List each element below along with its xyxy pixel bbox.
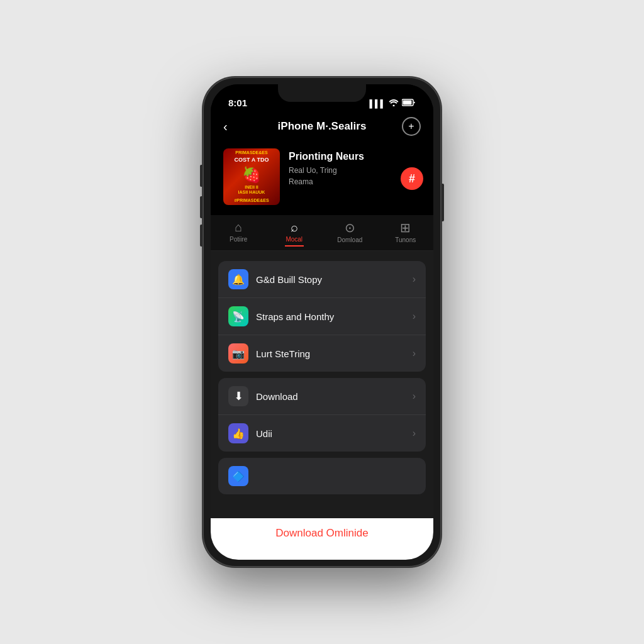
menu-icon-5: 👍: [228, 423, 248, 443]
tab-domload-label: Domload: [337, 236, 362, 243]
album-art: PRIMASDE&ES COST A TDO 🍓 INEII II IASII …: [223, 148, 280, 205]
album-title: Prionting Neurs: [289, 151, 421, 162]
plus-icon: +: [408, 121, 414, 132]
chevron-icon-4: ›: [413, 391, 416, 402]
wifi-icon: [389, 99, 399, 108]
menu-icon-3: 📷: [228, 343, 248, 364]
menu-item-partial[interactable]: 🔷: [218, 458, 426, 494]
tab-mocal[interactable]: ⌕ Mocal: [267, 220, 323, 247]
menu-icon-partial: 🔷: [228, 466, 248, 486]
tab-active-indicator: [285, 245, 304, 247]
menu-item-2-label: Straps and Honthy: [256, 311, 405, 322]
header: ‹ iPhone M·.Sealirs +: [211, 112, 433, 142]
menu-group-3-partial: 🔷: [218, 458, 426, 494]
menu-item-3-label: Lurt SteTring: [256, 348, 405, 359]
partial-icon: 🔷: [232, 470, 245, 482]
download-omlinide-button[interactable]: Download Omlinide: [223, 527, 421, 540]
phone-frame: 8:01 ▌▌▌: [203, 77, 441, 567]
chevron-icon-3: ›: [413, 348, 416, 359]
menu-item-1-label: G&d Buill Stopy: [256, 274, 405, 285]
tab-tunons[interactable]: ⊞ Tunons: [378, 220, 434, 247]
phone-screen: 8:01 ▌▌▌: [211, 84, 433, 560]
svg-rect-2: [403, 101, 412, 105]
menu-item-5[interactable]: 👍 Udii ›: [218, 415, 426, 452]
home-icon: ⌂: [235, 220, 242, 235]
badge-label: #: [409, 172, 415, 186]
album-art-text5: #PRIMASDE&ES: [234, 198, 269, 203]
album-art-text1: PRIMASDE&ES: [235, 150, 267, 155]
album-art-text2: COST A TDO: [235, 157, 269, 164]
tab-potiire-label: Potiire: [230, 236, 247, 243]
album-art-fruit: 🍓: [242, 166, 261, 184]
album-art-text4: IASII HAUUK: [238, 190, 265, 195]
add-action-button[interactable]: +: [402, 117, 421, 136]
signal-menu-icon: 📡: [232, 311, 245, 323]
svg-point-0: [393, 105, 395, 107]
red-badge[interactable]: #: [401, 167, 423, 190]
header-title: iPhone M·.Sealirs: [242, 120, 402, 133]
content-area: 🔔 G&d Buill Stopy › 📡 Straps and Honthy …: [211, 251, 433, 518]
tab-mocal-label: Mocal: [286, 236, 303, 243]
download-tab-icon: ⊙: [345, 220, 355, 235]
tab-domload[interactable]: ⊙ Domload: [322, 220, 378, 247]
menu-item-4[interactable]: ⬇ Download ›: [218, 378, 426, 415]
download-icon: ⬇: [234, 389, 243, 403]
grid-icon: ⊞: [400, 220, 411, 235]
camera-icon: 📷: [232, 348, 245, 360]
search-icon: ⌕: [291, 220, 298, 235]
chevron-icon-2: ›: [413, 311, 416, 322]
battery-icon: [402, 99, 416, 108]
back-button[interactable]: ‹: [223, 119, 242, 134]
menu-icon-4: ⬇: [228, 386, 248, 406]
album-section: PRIMASDE&ES COST A TDO 🍓 INEII II IASII …: [211, 142, 433, 215]
menu-icon-1: 🔔: [228, 269, 248, 289]
menu-item-3[interactable]: 📷 Lurt SteTring ›: [218, 335, 426, 372]
chevron-icon-5: ›: [413, 428, 416, 439]
menu-item-4-label: Download: [256, 391, 405, 402]
bottom-action-bar: Download Omlinide: [211, 518, 433, 560]
signal-icon: ▌▌▌: [369, 99, 386, 108]
menu-icon-2: 📡: [228, 306, 248, 326]
thumbsup-icon: 👍: [232, 428, 245, 440]
status-icons: ▌▌▌: [369, 99, 416, 108]
menu-group-2: ⬇ Download › 👍 Udii ›: [218, 378, 426, 452]
menu-item-1[interactable]: 🔔 G&d Buill Stopy ›: [218, 261, 426, 298]
tab-tunons-label: Tunons: [395, 236, 416, 243]
tab-potiire[interactable]: ⌂ Potiire: [211, 220, 267, 247]
menu-item-5-label: Udii: [256, 428, 405, 439]
tab-bar: ⌂ Potiire ⌕ Mocal ⊙ Domload ⊞ Tunons: [211, 215, 433, 251]
notch: [278, 84, 366, 102]
bell-icon: 🔔: [232, 274, 245, 286]
menu-group-1: 🔔 G&d Buill Stopy › 📡 Straps and Honthy …: [218, 261, 426, 372]
status-time: 8:01: [228, 97, 247, 108]
album-art-text3: INEII II: [245, 185, 258, 190]
menu-item-2[interactable]: 📡 Straps and Honthy ›: [218, 298, 426, 335]
chevron-icon-1: ›: [413, 274, 416, 285]
home-indicator: [284, 545, 360, 547]
